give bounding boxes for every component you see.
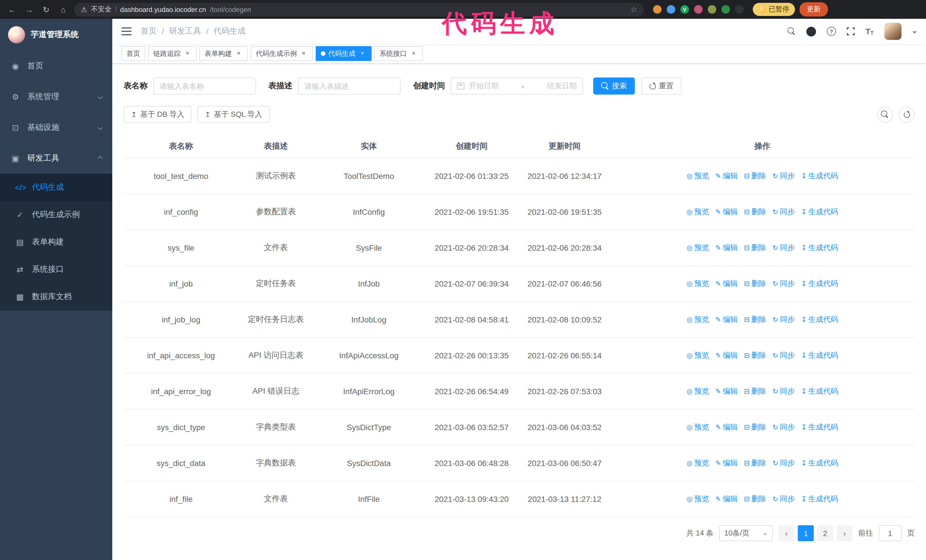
sidebar-item-db-doc[interactable]: ▦数据库文档 bbox=[0, 283, 112, 311]
preview-link[interactable]: ◎预览 bbox=[687, 314, 709, 325]
extension-icon[interactable]: V bbox=[680, 5, 689, 14]
edit-link[interactable]: ✎编辑 bbox=[716, 386, 738, 397]
tab-form-builder[interactable]: 表单构建× bbox=[200, 46, 248, 61]
preview-link[interactable]: ◎预览 bbox=[687, 279, 709, 289]
page-button-2[interactable]: 2 bbox=[817, 525, 833, 541]
import-db-button[interactable]: ↥基于 DB 导入 bbox=[124, 106, 192, 123]
sync-link[interactable]: ↻同步 bbox=[772, 422, 794, 432]
search-button[interactable]: 搜索 bbox=[593, 77, 635, 95]
preview-link[interactable]: ◎预览 bbox=[687, 243, 709, 253]
edit-link[interactable]: ✎编辑 bbox=[716, 171, 738, 181]
delete-link[interactable]: ⊟删除 bbox=[744, 350, 766, 361]
edit-link[interactable]: ✎编辑 bbox=[716, 422, 738, 432]
delete-link[interactable]: ⊟删除 bbox=[744, 314, 766, 325]
edit-link[interactable]: ✎编辑 bbox=[716, 314, 738, 325]
extension-icon[interactable] bbox=[694, 5, 703, 14]
sidebar-item-codegen-example[interactable]: ✓代码生成示例 bbox=[0, 201, 112, 228]
preview-link[interactable]: ◎预览 bbox=[687, 171, 709, 181]
close-icon[interactable]: × bbox=[235, 50, 243, 57]
github-icon[interactable] bbox=[806, 27, 816, 36]
breadcrumb-item[interactable]: 研发工具 bbox=[169, 26, 201, 36]
fullscreen-icon[interactable] bbox=[847, 27, 855, 35]
generate-link[interactable]: ↧生成代码 bbox=[801, 279, 838, 289]
chevron-down-icon[interactable] bbox=[912, 31, 917, 36]
import-sql-button[interactable]: ↥基于 SQL 导入 bbox=[197, 106, 270, 123]
tab-api[interactable]: 系统接口× bbox=[374, 46, 423, 61]
sync-link[interactable]: ↻同步 bbox=[772, 350, 794, 361]
date-range-picker[interactable]: 开始日期 - 结束日期 bbox=[451, 77, 583, 95]
edit-link[interactable]: ✎编辑 bbox=[716, 279, 738, 289]
sidebar-item-codegen[interactable]: </>代码生成 bbox=[0, 174, 112, 201]
close-icon[interactable]: × bbox=[359, 50, 366, 57]
preview-link[interactable]: ◎预览 bbox=[687, 494, 709, 504]
sidebar-item-infra[interactable]: ⊡基础设施 bbox=[0, 112, 112, 143]
edit-link[interactable]: ✎编辑 bbox=[716, 458, 738, 468]
sync-link[interactable]: ↻同步 bbox=[772, 458, 794, 468]
table-name-input[interactable] bbox=[153, 77, 256, 95]
tab-codegen[interactable]: 代码生成× bbox=[316, 46, 372, 61]
sync-link[interactable]: ↻同步 bbox=[772, 207, 794, 217]
delete-link[interactable]: ⊟删除 bbox=[744, 458, 766, 468]
generate-link[interactable]: ↧生成代码 bbox=[801, 494, 838, 504]
home-icon[interactable]: ⌂ bbox=[57, 3, 70, 16]
generate-link[interactable]: ↧生成代码 bbox=[801, 314, 838, 325]
generate-link[interactable]: ↧生成代码 bbox=[801, 350, 838, 361]
delete-link[interactable]: ⊟删除 bbox=[744, 422, 766, 432]
search-icon[interactable] bbox=[788, 27, 796, 35]
extension-icon[interactable] bbox=[667, 5, 675, 14]
extension-icon[interactable] bbox=[735, 5, 744, 14]
refresh-button[interactable] bbox=[899, 107, 915, 122]
extension-icon[interactable] bbox=[708, 5, 716, 14]
preview-link[interactable]: ◎预览 bbox=[687, 350, 709, 361]
toggle-search-button[interactable] bbox=[877, 107, 893, 122]
extension-icon[interactable] bbox=[722, 5, 730, 14]
sync-link[interactable]: ↻同步 bbox=[772, 494, 794, 504]
tab-home[interactable]: 首页 bbox=[121, 46, 145, 61]
goto-page-input[interactable] bbox=[879, 525, 902, 541]
close-icon[interactable]: × bbox=[410, 50, 418, 57]
close-icon[interactable]: × bbox=[300, 50, 308, 57]
sync-link[interactable]: ↻同步 bbox=[772, 171, 794, 181]
table-desc-input[interactable] bbox=[298, 77, 401, 95]
reset-button[interactable]: 重置 bbox=[642, 77, 682, 95]
generate-link[interactable]: ↧生成代码 bbox=[801, 458, 838, 468]
reload-icon[interactable]: ↻ bbox=[40, 3, 53, 16]
edit-link[interactable]: ✎编辑 bbox=[716, 350, 738, 361]
generate-link[interactable]: ↧生成代码 bbox=[801, 386, 838, 397]
update-button[interactable]: 更新 bbox=[799, 2, 828, 17]
sidebar-item-form-builder[interactable]: ▤表单构建 bbox=[0, 228, 112, 256]
delete-link[interactable]: ⊟删除 bbox=[744, 279, 766, 289]
edit-link[interactable]: ✎编辑 bbox=[716, 494, 738, 504]
next-page-button[interactable]: › bbox=[837, 525, 852, 541]
security-label[interactable]: 不安全 bbox=[91, 5, 112, 14]
bookmark-star-icon[interactable]: ☆ bbox=[631, 5, 637, 14]
sync-link[interactable]: ↻同步 bbox=[772, 386, 794, 397]
sidebar-item-dev-tools[interactable]: ▣研发工具 bbox=[0, 143, 112, 174]
preview-link[interactable]: ◎预览 bbox=[687, 386, 709, 397]
sidebar-item-api[interactable]: ⇄系统接口 bbox=[0, 256, 112, 283]
page-size-select[interactable]: 10条/页 bbox=[719, 525, 773, 541]
generate-link[interactable]: ↧生成代码 bbox=[801, 207, 838, 217]
forward-icon[interactable]: → bbox=[23, 3, 35, 16]
delete-link[interactable]: ⊟删除 bbox=[744, 171, 766, 181]
app-logo[interactable]: 芋道管理系统 bbox=[0, 19, 112, 51]
preview-link[interactable]: ◎预览 bbox=[687, 207, 709, 217]
address-bar[interactable]: ⚠ 不安全 dashboard.yudao.iocoder.cn /tool/c… bbox=[74, 3, 644, 16]
paused-badge[interactable]: 已暂停 bbox=[753, 3, 795, 16]
sync-link[interactable]: ↻同步 bbox=[772, 314, 794, 325]
generate-link[interactable]: ↧生成代码 bbox=[801, 171, 838, 181]
generate-link[interactable]: ↧生成代码 bbox=[801, 243, 838, 253]
generate-link[interactable]: ↧生成代码 bbox=[801, 422, 838, 432]
preview-link[interactable]: ◎预览 bbox=[687, 458, 709, 468]
delete-link[interactable]: ⊟删除 bbox=[744, 207, 766, 217]
breadcrumb-item[interactable]: 首页 bbox=[141, 26, 157, 36]
edit-link[interactable]: ✎编辑 bbox=[716, 243, 738, 253]
close-icon[interactable]: × bbox=[183, 50, 191, 57]
sidebar-item-home[interactable]: ◉首页 bbox=[0, 51, 112, 82]
extension-icon[interactable] bbox=[653, 5, 661, 14]
delete-link[interactable]: ⊟删除 bbox=[744, 494, 766, 504]
back-icon[interactable]: ← bbox=[6, 3, 18, 16]
preview-link[interactable]: ◎预览 bbox=[687, 422, 709, 432]
page-button-1[interactable]: 1 bbox=[798, 525, 814, 541]
avatar[interactable] bbox=[884, 23, 902, 40]
